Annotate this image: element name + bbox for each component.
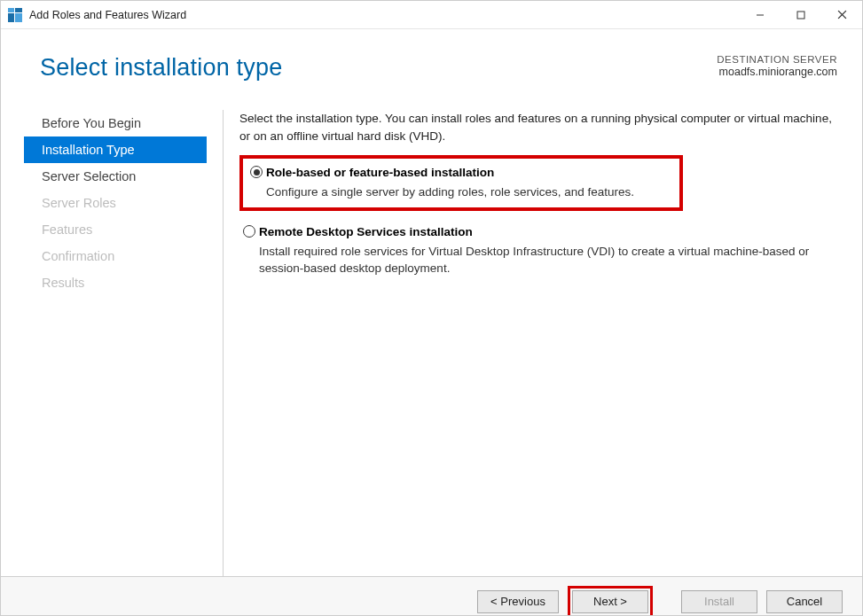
option-title: Role-based or feature-based installation <box>266 164 656 182</box>
window-title: Add Roles and Features Wizard <box>29 9 740 21</box>
svg-rect-2 <box>8 13 14 22</box>
cancel-button[interactable]: Cancel <box>766 590 843 613</box>
svg-rect-1 <box>15 8 22 12</box>
app-icon <box>8 8 22 22</box>
install-button: Install <box>681 590 757 613</box>
sidebar: Before You Begin Installation Type Serve… <box>1 106 207 576</box>
sidebar-item-installation-type[interactable]: Installation Type <box>24 136 207 163</box>
sidebar-item-results: Results <box>26 269 207 296</box>
option-title: Remote Desktop Services installation <box>259 223 827 241</box>
svg-rect-5 <box>797 12 804 19</box>
minimize-button[interactable] <box>740 1 781 28</box>
option-desc: Install required role services for Virtu… <box>259 243 827 277</box>
highlight-next: Next > <box>568 586 653 617</box>
option-rds[interactable]: Remote Desktop Services installation Ins… <box>239 218 844 285</box>
svg-rect-3 <box>15 13 22 22</box>
sidebar-item-confirmation: Confirmation <box>26 243 207 269</box>
sidebar-item-server-selection[interactable]: Server Selection <box>26 163 207 190</box>
option-role-based[interactable]: Role-based or feature-based installation… <box>247 164 674 200</box>
maximize-button[interactable] <box>781 1 821 28</box>
sidebar-item-features: Features <box>26 216 207 243</box>
sidebar-item-server-roles: Server Roles <box>26 190 207 216</box>
next-button[interactable]: Next > <box>572 590 648 613</box>
window-controls <box>740 1 862 28</box>
sidebar-divider <box>223 110 224 576</box>
page-title: Select installation type <box>40 54 282 82</box>
content: Select the installation type. You can in… <box>239 106 862 576</box>
option-desc: Configure a single server by adding role… <box>266 183 656 201</box>
highlight-option-1: Role-based or feature-based installation… <box>239 155 683 211</box>
destination-label: DESTINATION SERVER <box>717 54 837 65</box>
destination-block: DESTINATION SERVER moadfs.miniorange.com <box>717 54 837 78</box>
sidebar-item-before-you-begin[interactable]: Before You Begin <box>26 110 207 136</box>
radio-rds[interactable] <box>243 225 255 238</box>
svg-rect-0 <box>8 8 14 12</box>
close-button[interactable] <box>821 1 862 28</box>
destination-server: moadfs.miniorange.com <box>717 66 837 78</box>
titlebar: Add Roles and Features Wizard <box>1 1 862 29</box>
footer: < Previous Next > Install Cancel <box>1 576 862 616</box>
previous-button[interactable]: < Previous <box>477 590 559 613</box>
radio-role-based[interactable] <box>250 166 263 178</box>
page-header: Select installation type DESTINATION SER… <box>1 29 862 97</box>
intro-text: Select the installation type. You can in… <box>239 110 844 144</box>
